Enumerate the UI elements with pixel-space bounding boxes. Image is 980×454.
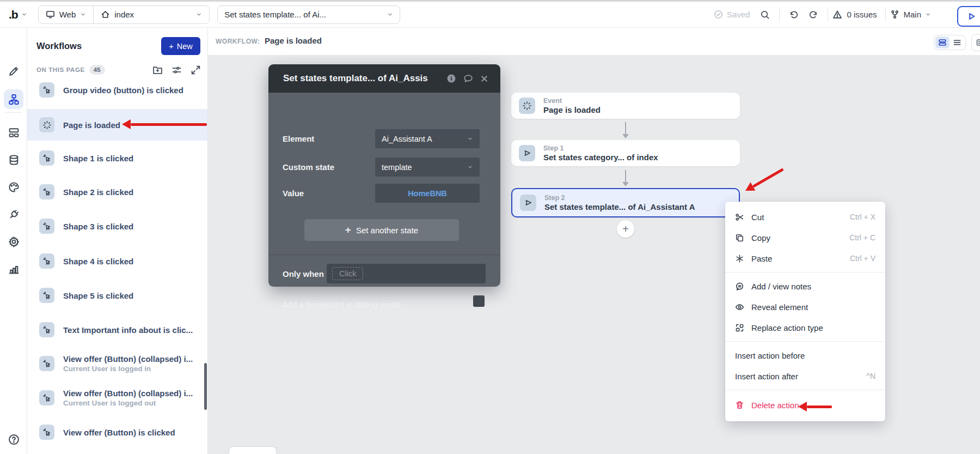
custom-state-label: Custom state [283, 162, 334, 172]
set-another-state-button[interactable]: + Set another state [304, 219, 459, 241]
value-label: Value [283, 189, 304, 198]
redo-button[interactable] [804, 10, 823, 20]
menu-item-reveal[interactable]: Reveal element [725, 296, 885, 317]
sidebar-item-plugins[interactable] [7, 208, 20, 221]
workflow-list-item[interactable]: Shape 3 is clicked [27, 211, 208, 241]
components-icon [8, 127, 20, 138]
chevron-down-icon [387, 11, 393, 17]
menu-item-notes[interactable]: Add / view notes [725, 276, 885, 296]
value-expression[interactable]: HomeBNB [382, 189, 473, 198]
bubble-logo[interactable]: .b [9, 8, 27, 21]
action-cursor-icon [519, 145, 535, 161]
divider [828, 8, 828, 22]
menu-item-insert-after[interactable]: Insert action after ^N [725, 366, 885, 386]
sidebar-item-settings[interactable] [7, 235, 20, 248]
divider [5, 112, 22, 113]
gear-icon [8, 236, 20, 247]
bar-chart-icon [8, 263, 20, 275]
custom-state-dropdown[interactable]: template [375, 158, 480, 177]
sidebar-item-workflow[interactable] [7, 93, 20, 106]
sidebar-item-design[interactable] [7, 65, 20, 78]
workflow-list-item[interactable]: Shape 4 is clicked [27, 246, 208, 276]
page-dropdown[interactable]: index [93, 6, 209, 23]
click-event-icon [39, 288, 54, 303]
menu-item-delete[interactable]: Delete action [725, 394, 885, 416]
preview-button[interactable] [957, 6, 980, 27]
filter-button[interactable] [171, 65, 182, 75]
sidebar-item-styles[interactable] [7, 180, 20, 193]
click-event-icon [39, 219, 54, 234]
issues-button[interactable]: 0 issues [832, 10, 877, 20]
workflow-list-item[interactable]: Shape 2 is clicked [27, 177, 208, 207]
workflow-list-item[interactable]: View offer (Button) (collapsed) i... Cur… [27, 382, 208, 414]
undo-button[interactable] [784, 10, 804, 20]
only-when-label: Only when [283, 269, 324, 279]
sidebar-item-logs[interactable] [7, 262, 20, 275]
modal-titlebar[interactable]: Set states template... of Ai_Assis [268, 64, 500, 93]
new-workflow-button[interactable]: + New [161, 37, 200, 55]
workflow-list-item[interactable]: View offer (Button) (collapsed) i... Cur… [27, 347, 208, 380]
shortcut: Ctrl + X [850, 213, 875, 221]
workflow-list-item-selected[interactable]: Page is loaded [27, 109, 208, 141]
panel-scrollbar[interactable] [204, 363, 207, 410]
card-kind: Event [543, 97, 601, 105]
help-button[interactable] [7, 433, 20, 446]
left-icon-rail [0, 28, 27, 454]
click-event-icon [39, 184, 54, 199]
close-icon [480, 75, 488, 83]
platform-dropdown[interactable]: Web [39, 6, 94, 23]
canvas-zoom-control-fragment[interactable] [229, 446, 277, 454]
menu-item-cut[interactable]: Cut Ctrl + X [725, 207, 885, 227]
chevron-down-icon [21, 11, 27, 17]
divider [725, 272, 885, 273]
add-folder-button[interactable] [152, 65, 163, 75]
eye-icon [735, 302, 744, 312]
card-view-button[interactable] [935, 37, 950, 49]
card-title: Set states template... of Ai_Assistant A [544, 202, 695, 211]
element-dropdown[interactable]: Ai_Assistant A [375, 129, 480, 148]
workflow-list-item[interactable]: Text Important info about is clic... [27, 314, 208, 345]
menu-item-copy[interactable]: Copy Ctrl + C [725, 227, 885, 248]
workflow-tree-icon [8, 94, 20, 105]
sidebar-item-reusables[interactable] [7, 126, 20, 139]
card-kind: Step 2 [544, 194, 695, 202]
workflow-header-name: Page is loaded [265, 36, 322, 45]
click-event-icon [39, 82, 54, 98]
sidebar-item-data[interactable] [7, 153, 20, 166]
workflow-dropdown[interactable]: Set states template... of Ai... [217, 5, 400, 24]
modal-body: Element Ai_Assistant A Custom state temp… [268, 93, 500, 287]
expand-button[interactable] [191, 65, 201, 75]
note-badge-icon [976, 38, 980, 47]
window-top-strip [0, 0, 980, 2]
list-view-button[interactable] [950, 37, 964, 49]
git-branch-icon [890, 10, 899, 19]
database-icon [8, 154, 20, 166]
search-button[interactable] [755, 10, 775, 20]
workflow-list-item[interactable]: Shape 5 is clicked [27, 280, 208, 311]
workflow-list-item[interactable]: View offer (Button) is clicked [27, 417, 208, 447]
add-action-button[interactable]: + [617, 220, 634, 238]
info-button[interactable] [446, 74, 456, 83]
branch-selector[interactable]: Main [890, 10, 931, 19]
workflow-list-item[interactable]: Group video (button) is clicked [27, 75, 208, 105]
comment-button[interactable] [463, 74, 473, 83]
shortcut: Ctrl + C [849, 233, 875, 242]
event-card[interactable]: Event Page is loaded [511, 93, 740, 119]
step1-card[interactable]: Step 1 Set states category... of index [511, 140, 740, 166]
workflow-list-item[interactable]: Shape 1 is clicked [27, 143, 208, 173]
step2-card-selected[interactable]: Step 2 Set states template... of Ai_Assi… [511, 188, 740, 217]
plug-icon [8, 209, 20, 220]
partial-toolbar-button[interactable] [971, 34, 980, 51]
breakpoint-checkbox[interactable] [473, 295, 485, 307]
plus-icon: + [345, 224, 351, 236]
page-loaded-icon [519, 98, 535, 114]
close-button[interactable] [480, 75, 488, 83]
card-title: Page is loaded [543, 105, 601, 114]
menu-item-replace[interactable]: Replace action type [725, 317, 885, 338]
plus-icon: + [622, 223, 629, 235]
only-when-input[interactable]: Click [327, 264, 486, 283]
list-lines-icon [953, 38, 961, 47]
menu-item-paste[interactable]: Paste Ctrl + V [725, 248, 885, 269]
value-field[interactable]: HomeBNB [375, 184, 480, 203]
menu-item-insert-before[interactable]: Insert action before [725, 345, 885, 366]
